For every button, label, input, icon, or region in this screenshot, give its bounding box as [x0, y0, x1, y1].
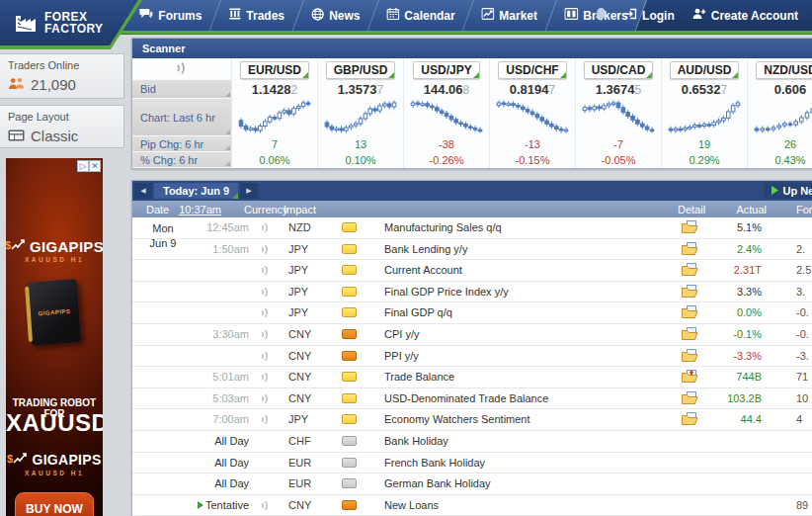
speaker-icon[interactable]	[261, 500, 270, 513]
impact-icon	[342, 500, 357, 510]
event-title[interactable]: CPI y/y	[384, 328, 419, 340]
calendar-event-row: All DayEURFrench Bank Holiday	[132, 453, 812, 474]
speaker-icon[interactable]	[261, 244, 270, 257]
nav-item-market[interactable]: Market	[462, 0, 556, 31]
nav-item-calendar[interactable]: Calendar	[367, 0, 474, 31]
impact-icon	[342, 265, 357, 275]
calendar-event-row: All DayCHFBank Holiday	[132, 431, 812, 453]
news-icon	[311, 8, 324, 24]
event-currency: CNY	[288, 499, 311, 511]
forecast-value: 89	[796, 499, 808, 511]
calendar-event-row: 5:01amCNYTrade Balance744B71	[132, 367, 812, 388]
event-time: 7:00am	[172, 413, 249, 425]
pip-change: 7	[272, 136, 278, 152]
scanner-row-label[interactable]: % Chg: 6 hr	[132, 152, 231, 168]
speaker-icon[interactable]	[261, 287, 270, 300]
page-layout-select[interactable]: Classic	[0, 124, 123, 151]
page: ForumsTradesNewsCalendarMarketBrokers Lo…	[0, 0, 812, 516]
scanner-audio-toggle[interactable]	[132, 58, 231, 80]
scanner-pair-column: USD/CHF0.81947-13-0.15%	[489, 58, 575, 168]
col-current-time[interactable]: 10:37am	[172, 204, 221, 215]
scanner-table: BidChart: Last 6 hrPip Chg: 6 hr% Chg: 6…	[132, 58, 812, 168]
bid-fraction: 5	[635, 83, 642, 97]
impact-icon	[342, 329, 357, 339]
pair-chart	[754, 99, 812, 136]
user-plus-icon	[692, 8, 706, 23]
event-title[interactable]: Economy Watchers Sentiment	[384, 413, 530, 425]
adchoices-icon[interactable]: ▷	[77, 160, 89, 172]
speaker-icon[interactable]	[261, 372, 270, 385]
create-account-button[interactable]: Create Account	[692, 8, 798, 23]
login-button[interactable]: Login	[625, 8, 675, 23]
percent-change: 0.10%	[345, 152, 375, 168]
actual-value: 0.0%	[690, 306, 762, 318]
nav-item-news[interactable]: News	[291, 0, 378, 31]
speaker-icon[interactable]	[261, 307, 270, 320]
scanner-row-label[interactable]: Bid	[132, 80, 231, 99]
event-title[interactable]: PPI y/y	[384, 350, 419, 362]
event-title[interactable]: French Bank Holiday	[384, 457, 485, 469]
logo-body: FOREXFACTORY	[0, 0, 138, 45]
pair-tab[interactable]: USD/CAD	[584, 61, 654, 79]
event-currency: NZD	[288, 221, 311, 233]
speaker-icon[interactable]	[261, 329, 270, 342]
pip-change: -13	[525, 136, 540, 152]
speaker-icon[interactable]	[261, 222, 270, 235]
pair-tab[interactable]: EUR/USD	[240, 61, 309, 79]
today-button[interactable]: Today: Jun 9	[154, 183, 238, 199]
event-currency: CHF	[288, 435, 311, 447]
impact-icon	[342, 436, 357, 446]
sidebar-ad[interactable]: ▷ ✕ $GIGAPIPS XAUUSD H1 GIGAPIPS TRADING…	[6, 158, 103, 516]
buy-now-button[interactable]: BUY NOW	[15, 492, 94, 516]
pair-tab[interactable]: GBP/USD	[326, 61, 396, 79]
impact-icon	[342, 351, 357, 361]
actual-value: 2.4%	[690, 243, 762, 255]
pair-tab[interactable]: USD/CHF	[498, 61, 566, 79]
pair-tab[interactable]: NZD/USD	[756, 61, 812, 79]
up-next-button[interactable]: Up Next	[764, 183, 812, 199]
speaker-icon[interactable]	[261, 265, 270, 278]
pip-change: -38	[439, 136, 454, 152]
event-title[interactable]: Current Account	[384, 264, 462, 276]
bid-main: 0.6532	[682, 82, 721, 97]
nav-item-label: Calendar	[404, 9, 454, 23]
event-time: 5:03am	[172, 392, 249, 404]
event-title[interactable]: Trade Balance	[384, 371, 454, 383]
nav-item-label: Market	[500, 9, 538, 23]
create-account-label: Create Account	[711, 9, 798, 23]
scanner-row-label[interactable]: Chart: Last 6 hr	[132, 99, 231, 136]
ad-brand-logo-2: $GIGAPIPS XAUUSD H1	[6, 451, 103, 476]
forecast-value: 4	[796, 413, 802, 425]
percent-change: 0.06%	[259, 152, 289, 168]
event-title[interactable]: Bank Lending y/y	[384, 243, 467, 255]
next-day-button[interactable]: ▶	[240, 183, 258, 199]
event-title[interactable]: Final GDP q/q	[384, 306, 452, 318]
pair-tab[interactable]: AUD/USD	[670, 61, 740, 79]
forex-factory-logo[interactable]: FOREXFACTORY	[0, 0, 142, 49]
event-title[interactable]: German Bank Holiday	[384, 477, 491, 489]
prev-day-button[interactable]: ◀	[134, 183, 152, 199]
event-title[interactable]: Final GDP Price Index y/y	[384, 286, 509, 298]
ad-tagline: XAUUSD H1	[6, 256, 103, 263]
next-day-icon: ▶	[246, 187, 251, 195]
nav-item-trades[interactable]: Trades	[209, 0, 303, 31]
scanner-row-label[interactable]: Pip Chg: 6 hr	[132, 136, 231, 152]
speaker-icon[interactable]	[261, 414, 270, 427]
pair-tab[interactable]: USD/JPY	[413, 61, 479, 79]
forecast-value: 2.	[796, 243, 805, 255]
notifications-button[interactable]	[595, 7, 608, 24]
speaker-icon[interactable]	[261, 351, 270, 364]
bid-fraction: 7	[721, 83, 728, 97]
event-title[interactable]: Manufacturing Sales q/q	[384, 221, 502, 233]
bid-value: 144.068	[424, 80, 469, 99]
forecast-value: -0.	[796, 306, 809, 318]
forecast-value: 10	[796, 392, 808, 404]
logo-line2: FACTORY	[44, 22, 103, 36]
ad-close-icon[interactable]: ✕	[89, 160, 101, 172]
scanner-row-label-text: Chart: Last 6 hr	[140, 112, 215, 124]
event-title[interactable]: New Loans	[384, 499, 439, 511]
speaker-icon[interactable]	[261, 393, 270, 406]
actual-value: 3.3%	[690, 286, 762, 298]
event-title[interactable]: USD-Denominated Trade Balance	[384, 392, 548, 404]
event-title[interactable]: Bank Holiday	[384, 435, 448, 447]
